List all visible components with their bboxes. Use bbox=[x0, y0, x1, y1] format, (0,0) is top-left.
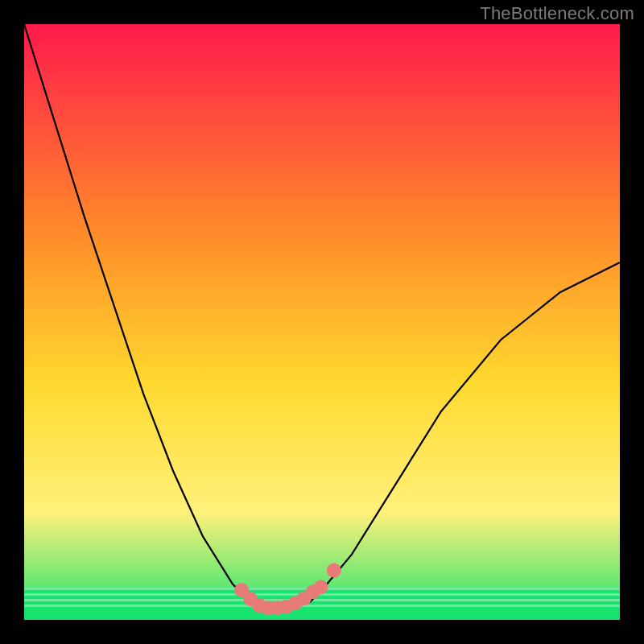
bottleneck-plot bbox=[24, 24, 620, 620]
scatter-point bbox=[314, 580, 328, 594]
plot-svg bbox=[24, 24, 620, 620]
scatter-point bbox=[327, 564, 341, 578]
green-stripe-4 bbox=[24, 605, 620, 607]
green-stripe-3 bbox=[24, 599, 620, 601]
watermark-text: TheBottleneck.com bbox=[480, 3, 634, 24]
chart-frame: TheBottleneck.com bbox=[0, 0, 644, 644]
gradient-background bbox=[24, 24, 620, 620]
